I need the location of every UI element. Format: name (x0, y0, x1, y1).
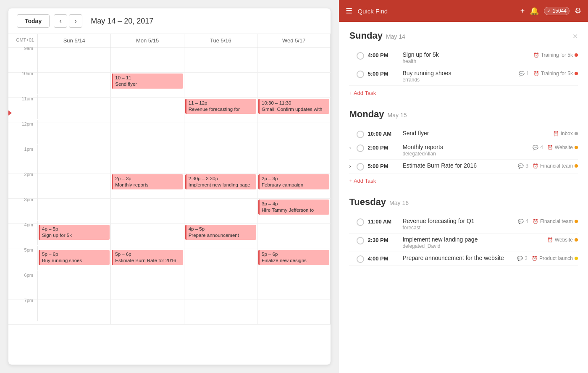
count-badge[interactable]: ✓ 15044 (544, 7, 570, 15)
cell-tue-9am[interactable] (184, 47, 257, 72)
event-landing-page[interactable]: 2:30p – 3:30pImplement new landing page (185, 174, 256, 189)
event-gmail-confirm[interactable]: 10:30 – 11:30Gmail: Confirm updates with (258, 99, 329, 114)
cell-sun-10am[interactable] (38, 73, 111, 97)
task-checkbox-flyer[interactable] (357, 131, 364, 138)
event-revenue-forecasting[interactable]: 11 – 12pRevenue forecasting for (185, 99, 256, 114)
project-dot-monthly (575, 146, 578, 149)
cell-wed-5pm[interactable]: 5p – 6pFinalize new designs (257, 249, 331, 274)
cell-tue-1pm[interactable] (184, 148, 257, 173)
time-row-11am: 11am 11 – 12pRevenue forecasting for 10:… (8, 98, 331, 123)
cell-tue-10am[interactable] (184, 73, 257, 97)
cell-mon-11am[interactable] (111, 98, 184, 123)
settings-icon[interactable]: ⚙ (575, 6, 581, 16)
event-estimate-burn-rate[interactable]: 5p – 6pEstimate Burn Rate for 2016 (112, 250, 183, 265)
cell-mon-9am[interactable] (111, 47, 184, 72)
sunday-add-task[interactable]: + Add Task (349, 87, 578, 99)
expand-monthly[interactable]: › (349, 144, 353, 151)
event-prepare-announcement[interactable]: 4p – 5pPrepare announcement (185, 225, 256, 240)
task-checkbox-sign-up[interactable] (357, 52, 364, 60)
task-title-monthly[interactable]: Monthly reports (402, 144, 529, 150)
cell-sun-12pm[interactable] (38, 123, 111, 148)
cell-mon-10am[interactable]: 10 – 11Send flyer (111, 73, 184, 97)
menu-icon[interactable]: ☰ (346, 6, 352, 16)
monday-add-task[interactable]: + Add Task (349, 175, 578, 186)
prev-button[interactable]: ‹ (54, 14, 67, 28)
cell-tue-6pm[interactable] (184, 274, 257, 299)
event-hire-tammy[interactable]: 3p – 4pHire Tammy Jefferson to (258, 200, 329, 215)
cell-sun-1pm[interactable] (38, 148, 111, 173)
cell-mon-1pm[interactable] (111, 148, 184, 173)
cell-mon-3pm[interactable] (111, 199, 184, 223)
event-monthly-reports[interactable]: 2p – 3pMonthly reports (112, 174, 183, 189)
task-title-landing[interactable]: Implement new landing page (402, 236, 541, 243)
time-row-3pm: 3pm 3p – 4pHire Tammy Jefferson to (8, 199, 331, 224)
cell-mon-5pm[interactable]: 5p – 6pEstimate Burn Rate for 2016 (111, 249, 184, 274)
cell-mon-6pm[interactable] (111, 274, 184, 299)
sunday-close-icon[interactable]: ✕ (572, 32, 578, 40)
event-february-campaign[interactable]: 2p – 3pFebruary campaign (258, 174, 329, 189)
cell-sun-2pm[interactable] (38, 173, 111, 198)
cell-tue-5pm[interactable] (184, 249, 257, 274)
cell-wed-11am[interactable]: 10:30 – 11:30Gmail: Confirm updates with (257, 98, 331, 123)
cell-mon-12pm[interactable] (111, 123, 184, 148)
cell-sun-4pm[interactable]: 4p – 5pSign up for 5k (38, 224, 111, 249)
cell-wed-4pm[interactable] (257, 224, 331, 249)
cell-sun-9am[interactable] (38, 47, 111, 72)
quick-find-label[interactable]: Quick Find (357, 8, 515, 15)
cell-sun-7pm[interactable] (38, 299, 111, 324)
task-checkbox-landing[interactable] (357, 237, 364, 244)
cell-tue-7pm[interactable] (184, 299, 257, 324)
project-label-burn: Financial team (540, 163, 573, 169)
task-checkbox-burn[interactable] (357, 163, 364, 171)
alarm-icon-revenue: ⏰ (533, 219, 538, 224)
event-buy-running-shoes[interactable]: 5p – 6pBuy running shoes (39, 250, 110, 265)
event-send-flyer[interactable]: 10 – 11Send flyer (112, 74, 183, 89)
time-label-1pm: 1pm (8, 145, 38, 170)
task-checkbox-monthly[interactable] (357, 144, 364, 152)
task-checkbox-revenue[interactable] (357, 218, 364, 226)
next-button[interactable]: › (69, 14, 82, 28)
cell-tue-3pm[interactable] (184, 199, 257, 223)
time-row-9am: 9am (8, 47, 331, 73)
bell-icon[interactable]: 🔔 (530, 6, 539, 16)
time-row-5pm: 5pm 5p – 6pBuy running shoes 5p – 6pEsti… (8, 249, 331, 274)
cell-tue-12pm[interactable] (184, 123, 257, 148)
task-time-monthly: 2:00 PM (368, 144, 399, 151)
task-title-flyer[interactable]: Send flyer (402, 130, 547, 137)
comment-icon-monthly: 💬 (533, 145, 538, 150)
cell-sun-6pm[interactable] (38, 274, 111, 299)
task-revenue: 11:00 AM Revenue forecasting for Q1 fore… (349, 215, 578, 234)
task-title-sign-up[interactable]: Sign up for 5k (402, 51, 527, 58)
event-sign-up-5k[interactable]: 4p – 5pSign up for 5k (39, 225, 110, 240)
cell-mon-7pm[interactable] (111, 299, 184, 324)
cell-sun-3pm[interactable] (38, 199, 111, 223)
expand-burn[interactable]: › (349, 162, 353, 169)
sunday-day-name: Sunday (349, 30, 382, 41)
cell-wed-6pm[interactable] (257, 274, 331, 299)
cell-mon-4pm[interactable] (111, 224, 184, 249)
today-button[interactable]: Today (17, 14, 50, 28)
cell-wed-3pm[interactable]: 3p – 4pHire Tammy Jefferson to (257, 199, 331, 223)
cell-tue-2pm[interactable]: 2:30p – 3:30pImplement new landing page (184, 173, 257, 198)
task-title-burn[interactable]: Estimate Burn Rate for 2016 (402, 162, 514, 169)
cell-tue-11am[interactable]: 11 – 12pRevenue forecasting for (184, 98, 257, 123)
task-title-revenue[interactable]: Revenue forecasting for Q1 (402, 218, 514, 224)
add-icon[interactable]: + (520, 7, 525, 16)
cell-wed-7pm[interactable] (257, 299, 331, 324)
event-finalize-designs[interactable]: 5p – 6pFinalize new designs (258, 250, 329, 265)
cell-mon-2pm[interactable]: 2p – 3pMonthly reports (111, 173, 184, 198)
cell-wed-9am[interactable] (257, 47, 331, 72)
cell-wed-2pm[interactable]: 2p – 3pFebruary campaign (257, 173, 331, 198)
task-meta-revenue: 💬 4 ⏰ Financial team (518, 218, 578, 224)
cell-wed-1pm[interactable] (257, 148, 331, 173)
task-checkbox-shoes[interactable] (357, 71, 364, 78)
cell-tue-4pm[interactable]: 4p – 5pPrepare announcement (184, 224, 257, 249)
task-checkbox-announce[interactable] (357, 255, 364, 263)
task-title-shoes[interactable]: Buy running shoes (402, 70, 515, 76)
cell-wed-10am[interactable] (257, 73, 331, 97)
task-time-announce: 4:00 PM (368, 255, 399, 262)
cell-sun-11am[interactable] (38, 98, 111, 123)
cell-wed-12pm[interactable] (257, 123, 331, 148)
cell-sun-5pm[interactable]: 5p – 6pBuy running shoes (38, 249, 111, 274)
task-title-announce[interactable]: Prepare announcement for the website (402, 255, 514, 261)
